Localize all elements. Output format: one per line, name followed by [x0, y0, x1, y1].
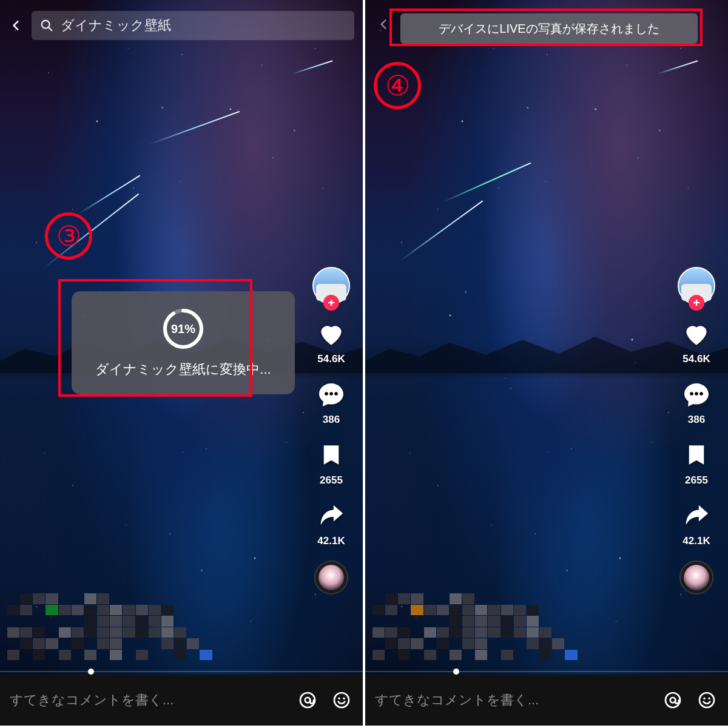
svg-point-5 — [300, 693, 315, 707]
action-rail: + 54.6K 386 2655 42.1K — [302, 267, 360, 595]
caption-area-blurred — [372, 593, 603, 660]
annotation-step-number: ③ — [45, 212, 92, 260]
svg-point-18 — [703, 698, 705, 699]
emoji-button[interactable] — [695, 689, 718, 712]
svg-point-8 — [338, 698, 340, 699]
follow-button[interactable]: + — [323, 295, 339, 311]
heart-icon — [315, 318, 347, 349]
conversion-progress-dialog: 91% ダイナミック壁紙に変換中... — [72, 291, 295, 394]
bookmark-button[interactable]: 2655 — [681, 439, 712, 487]
comment-bar: すてきなコメントを書く... — [365, 675, 728, 726]
bookmark-icon — [681, 439, 712, 471]
top-bar: ダイナミック壁紙 — [8, 11, 354, 40]
svg-point-19 — [708, 698, 710, 699]
follow-button[interactable]: + — [689, 295, 704, 311]
emoji-button[interactable] — [330, 689, 353, 712]
like-button[interactable]: 54.6K — [681, 318, 712, 365]
comment-input[interactable]: すてきなコメントを書く... — [10, 691, 285, 709]
screen-4-saved: デバイスにLIVEの写真が保存されました + 54.6K 386 2655 — [365, 0, 728, 726]
bookmark-icon — [315, 439, 347, 471]
svg-point-9 — [343, 698, 345, 699]
svg-point-7 — [334, 693, 349, 707]
progress-label: ダイナミック壁紙に変換中... — [85, 360, 281, 379]
svg-point-3 — [329, 392, 333, 396]
toast-text: デバイスにLIVEの写真が保存されました — [439, 21, 659, 37]
search-icon — [40, 19, 53, 32]
mention-button[interactable] — [661, 689, 684, 712]
back-button[interactable] — [377, 18, 389, 33]
svg-point-13 — [695, 392, 698, 396]
saved-toast: デバイスにLIVEの写真が保存されました — [400, 13, 698, 44]
bookmark-count: 2655 — [320, 474, 343, 487]
share-button[interactable]: 42.1K — [681, 500, 712, 547]
svg-line-1 — [49, 27, 52, 31]
author-avatar[interactable]: + — [678, 267, 715, 305]
like-button[interactable]: 54.6K — [315, 318, 347, 365]
search-value: ダイナミック壁紙 — [61, 16, 171, 35]
back-button[interactable] — [8, 18, 23, 33]
caption-area-blurred — [7, 593, 238, 660]
author-avatar[interactable]: + — [312, 267, 350, 305]
search-input[interactable]: ダイナミック壁紙 — [32, 11, 354, 40]
svg-point-14 — [699, 392, 703, 396]
svg-point-4 — [334, 392, 338, 396]
video-progress-track[interactable] — [365, 671, 728, 672]
comment-icon — [681, 379, 712, 410]
scrubber-handle[interactable] — [453, 669, 459, 675]
mention-button[interactable] — [296, 689, 319, 712]
comment-input[interactable]: すてきなコメントを書く... — [375, 691, 650, 709]
action-rail: + 54.6K 386 2655 42.1K — [667, 267, 726, 595]
scrubber-handle[interactable] — [88, 669, 94, 675]
sound-disc[interactable] — [314, 561, 348, 595]
comment-button[interactable]: 386 — [681, 379, 712, 426]
svg-point-12 — [690, 392, 693, 396]
svg-point-2 — [325, 392, 328, 396]
video-progress-track[interactable] — [0, 671, 363, 672]
share-icon — [681, 500, 712, 531]
comment-bar: すてきなコメントを書く... — [0, 675, 363, 726]
shooting-star — [43, 194, 140, 269]
comment-button[interactable]: 386 — [315, 379, 347, 426]
sound-disc[interactable] — [679, 561, 713, 595]
progress-ring: 91% — [161, 307, 205, 351]
comment-icon — [315, 379, 347, 410]
svg-point-17 — [699, 693, 714, 707]
share-button[interactable]: 42.1K — [315, 500, 347, 547]
annotation-step-number: ④ — [374, 62, 421, 109]
svg-point-15 — [666, 693, 680, 707]
bookmark-button[interactable]: 2655 — [315, 439, 347, 487]
comment-count: 386 — [323, 414, 340, 426]
share-icon — [315, 500, 347, 531]
share-count: 42.1K — [317, 535, 345, 547]
heart-icon — [681, 318, 712, 349]
progress-percent: 91% — [161, 307, 205, 351]
like-count: 54.6K — [317, 353, 345, 365]
screen-3-converting: ダイナミック壁紙 + 54.6K 386 2655 — [0, 0, 363, 726]
